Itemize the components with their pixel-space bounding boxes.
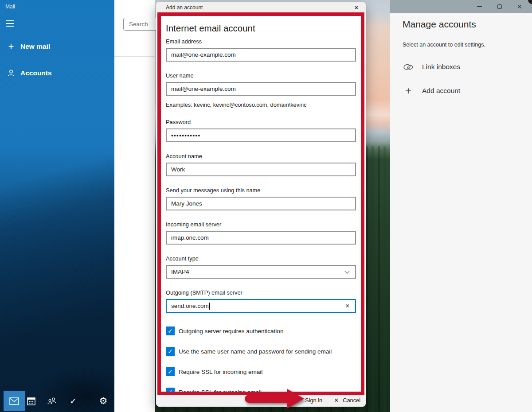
checkbox-checked-icon[interactable]: ✓ xyxy=(166,326,175,335)
todo-nav-button[interactable]: ✓ xyxy=(64,391,82,411)
hamburger-menu-icon[interactable] xyxy=(6,20,16,27)
sign-in-label: Sign in xyxy=(305,397,322,404)
field-email-address: Email address mail@one-example.com xyxy=(166,38,356,62)
field-value: mail@one-example.com xyxy=(171,86,236,92)
settings-nav-button[interactable]: ⚙ xyxy=(94,391,112,411)
cancel-button[interactable]: ✕ Cancel xyxy=(334,397,360,404)
link-icon xyxy=(403,63,414,70)
field-value: imap.one.com xyxy=(171,234,209,241)
link-inboxes-label: Link inboxes xyxy=(422,63,460,71)
dialog-close-icon[interactable]: ✕ xyxy=(347,2,366,13)
people-nav-button[interactable] xyxy=(43,391,61,411)
cancel-label: Cancel xyxy=(343,397,360,404)
close-icon[interactable]: ✕ xyxy=(509,0,529,13)
field-account-name: Account name Work xyxy=(166,153,356,176)
list-divider xyxy=(114,56,155,57)
mail-app-window: Mail + New mail Accounts ✓ xyxy=(0,0,532,412)
field-label: Account name xyxy=(166,153,356,159)
dialog-title: Add an account xyxy=(166,4,203,11)
dialog-body: Internet email account Email address mai… xyxy=(156,13,366,395)
calendar-nav-button[interactable] xyxy=(22,391,40,411)
password-input[interactable]: ••••••••••• xyxy=(166,128,356,142)
field-incoming-server: Incoming email server imap.one.com xyxy=(166,221,356,245)
field-value: ••••••••••• xyxy=(171,132,201,139)
account-name-input[interactable]: Work xyxy=(166,163,356,176)
field-password: Password ••••••••••• xyxy=(166,119,356,142)
manage-accounts-panel: Manage accounts Select an account to edi… xyxy=(390,13,532,412)
plus-icon: + xyxy=(6,42,16,51)
manage-accounts-subtitle: Select an account to edit settings. xyxy=(403,42,532,48)
field-value: Work xyxy=(171,166,185,173)
field-label: User name xyxy=(166,72,356,79)
checkbox-label: Require SSL for incoming email xyxy=(179,369,262,375)
dialog-heading: Internet email account xyxy=(166,23,356,34)
new-mail-button[interactable]: + New mail xyxy=(0,39,114,54)
accounts-label: Accounts xyxy=(20,69,52,77)
field-value: IMAP4 xyxy=(171,268,189,275)
checkbox-outgoing-auth[interactable]: ✓ Outgoing server requires authenticatio… xyxy=(166,326,356,335)
field-send-name: Send your messages using this name Mary … xyxy=(166,187,356,210)
maximize-icon[interactable] xyxy=(489,0,509,13)
dialog-footer: ✓ Sign in ✕ Cancel xyxy=(156,393,366,407)
check-icon: ✓ xyxy=(70,396,77,406)
mail-icon xyxy=(9,397,19,405)
app-title: Mail xyxy=(5,4,15,10)
people-icon xyxy=(47,397,57,405)
field-outgoing-server: Outgoing (SMTP) email server send.one.co… xyxy=(166,289,356,313)
window-controls: ✕ xyxy=(469,0,529,13)
plus-icon: + xyxy=(403,86,414,96)
manage-accounts-title: Manage accounts xyxy=(403,19,532,30)
text-caret xyxy=(209,303,210,310)
field-account-type: Account type IMAP4 xyxy=(166,255,356,279)
field-label: Email address xyxy=(166,38,356,45)
add-account-button[interactable]: + Add account xyxy=(403,86,532,96)
outgoing-server-input[interactable]: send.one.com ✕ xyxy=(166,299,356,313)
field-label: Send your messages using this name xyxy=(166,187,356,194)
link-inboxes-button[interactable]: Link inboxes xyxy=(403,63,532,71)
field-label: Password xyxy=(166,119,356,125)
checkbox-label: Outgoing server requires authentication xyxy=(179,328,283,334)
checkbox-label: Use the same user name and password for … xyxy=(179,348,332,355)
field-label: Incoming email server xyxy=(166,221,356,228)
field-label: Outgoing (SMTP) email server xyxy=(166,289,356,296)
new-mail-label: New mail xyxy=(20,43,50,51)
add-account-label: Add account xyxy=(422,87,460,95)
user-name-input[interactable]: mail@one-example.com xyxy=(166,82,356,96)
accounts-button[interactable]: Accounts xyxy=(0,66,114,81)
sidebar: Mail + New mail Accounts ✓ xyxy=(0,0,114,412)
account-type-select[interactable]: IMAP4 xyxy=(166,265,356,279)
checkbox-checked-icon[interactable]: ✓ xyxy=(166,347,175,356)
clear-input-icon[interactable]: ✕ xyxy=(345,303,351,309)
message-list-panel xyxy=(114,0,155,412)
checkbox-ssl-incoming[interactable]: ✓ Require SSL for incoming email xyxy=(166,367,356,376)
gear-icon: ⚙ xyxy=(99,396,108,406)
minimize-icon[interactable] xyxy=(469,0,489,13)
checkbox-checked-icon[interactable]: ✓ xyxy=(166,367,175,376)
add-account-dialog: Add an account ✕ Internet email account … xyxy=(156,2,366,407)
field-value: send.one.com xyxy=(171,303,209,309)
mail-nav-button[interactable] xyxy=(4,391,25,411)
field-value: mail@one-example.com xyxy=(171,51,236,58)
sidebar-bottom-nav: ✓ ⚙ xyxy=(0,390,114,412)
sign-in-button[interactable]: ✓ Sign in xyxy=(296,397,322,404)
field-user-name: User name mail@one-example.com Examples:… xyxy=(166,72,356,108)
dialog-titlebar: Add an account ✕ xyxy=(156,2,366,13)
chevron-down-icon xyxy=(344,268,349,273)
user-name-hint: Examples: kevinc, kevinc@contoso.com, do… xyxy=(166,101,356,108)
close-icon: ✕ xyxy=(334,397,339,404)
send-name-input[interactable]: Mary Jones xyxy=(166,197,356,210)
calendar-icon xyxy=(27,397,35,405)
checkbox-same-credentials[interactable]: ✓ Use the same user name and password fo… xyxy=(166,347,356,356)
person-icon xyxy=(6,69,16,77)
field-value: Mary Jones xyxy=(171,200,202,207)
incoming-server-input[interactable]: imap.one.com xyxy=(166,231,356,245)
check-icon: ✓ xyxy=(296,397,301,404)
email-address-input[interactable]: mail@one-example.com xyxy=(166,48,356,62)
field-label: Account type xyxy=(166,255,356,262)
